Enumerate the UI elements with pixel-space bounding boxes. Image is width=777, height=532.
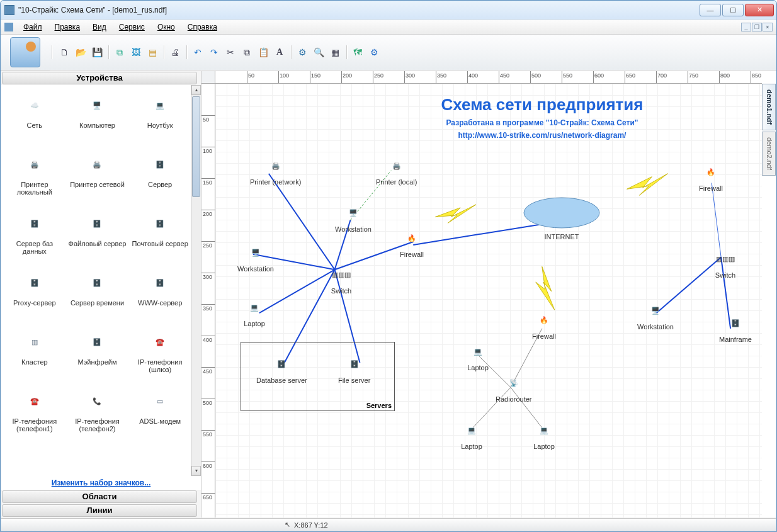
ipphone2-icon: 📞	[81, 386, 113, 416]
scroll-down-icon[interactable]: ▾	[191, 466, 201, 476]
adsl-icon: ▭	[144, 386, 176, 416]
menu-view[interactable]: Вид	[86, 20, 113, 34]
undo-icon[interactable]: ↶	[191, 45, 205, 59]
node-workstation-3[interactable]: 🖥️Workstation	[637, 298, 674, 331]
scan-icon[interactable]: ⧉	[113, 45, 127, 59]
device-item-ipphone1[interactable]: ☎️IP-телефония (телефон1)	[4, 383, 65, 441]
menu-help[interactable]: Справка	[181, 20, 224, 34]
device-item-server-time[interactable]: 🗄️Сервер времени	[67, 265, 128, 323]
palette-scrollbar[interactable]: ▴ ▾	[191, 85, 201, 476]
change-icons-link[interactable]: Изменить набор значков...	[52, 478, 151, 487]
node-printer-local[interactable]: 🖨️Printer (local)	[376, 153, 417, 186]
find-icon[interactable]: 🔍	[312, 45, 326, 59]
server-proxy-icon: 🗄️	[18, 268, 51, 298]
device-item-ipgw[interactable]: ☎️IP-телефония (шлюз)	[129, 324, 191, 382]
cluster-icon: ▥	[18, 327, 51, 357]
menu-service[interactable]: Сервис	[113, 20, 151, 34]
map-icon[interactable]: 🗺	[351, 45, 365, 59]
export-icon[interactable]: ▤	[145, 45, 159, 59]
window-title: "10-Страйк: Схема Сети" - [demo1_rus.ndf…	[18, 6, 167, 14]
save-icon[interactable]: 💾	[90, 45, 104, 59]
wizard-icon[interactable]: ⚙	[295, 45, 309, 59]
tab-demo1[interactable]: demo1.ndf	[762, 84, 776, 130]
node-switch-2[interactable]: ▥▥▥Switch	[700, 246, 751, 279]
settings-icon[interactable]: ⚙	[367, 45, 381, 59]
copy-icon[interactable]: ⧉	[240, 45, 254, 59]
server-www-icon: 🗄️	[144, 268, 176, 298]
new-icon[interactable]: 🗋	[57, 45, 71, 59]
menu-edit[interactable]: Правка	[48, 20, 87, 34]
node-laptop-1[interactable]: 💻Laptop	[241, 295, 268, 327]
svg-marker-17	[627, 174, 667, 195]
print-icon[interactable]: 🖨	[168, 45, 182, 59]
node-workstation-1[interactable]: 🖥️Workstation	[335, 200, 371, 233]
device-item-cluster[interactable]: ▥Кластер	[4, 324, 65, 382]
devices-panel-header[interactable]: Устройства	[2, 72, 197, 84]
text-icon[interactable]: A	[273, 45, 286, 59]
node-laptop-4[interactable]: 💻Laptop	[530, 417, 558, 450]
image-icon[interactable]: 🖼	[129, 45, 143, 59]
ruler-horizontal[interactable]: 5010015020025030035040045050055060065070…	[215, 71, 762, 84]
device-item-server-mail[interactable]: 🗄️Почтовый сервер	[129, 206, 191, 264]
pc-icon: 🖥️	[81, 90, 113, 120]
node-firewall-1[interactable]: 🔥Firewall	[398, 225, 426, 258]
mdi-close-icon[interactable]: ×	[763, 23, 773, 31]
scroll-up-icon[interactable]: ▴	[191, 85, 201, 95]
node-file-server[interactable]: 🗄️File server	[338, 351, 370, 384]
node-radiorouter[interactable]: 📡Radiorouter	[496, 370, 531, 403]
lines-panel-header[interactable]: Линии	[2, 504, 197, 517]
mdi-restore-icon[interactable]: ❐	[752, 23, 762, 31]
device-palette: ☁️Сеть🖥️Компьютер💻Ноутбук🖨️Принтер локал…	[1, 85, 201, 476]
device-item-pc[interactable]: 🖥️Компьютер	[67, 88, 128, 145]
node-mainframe[interactable]: 🗄️Mainframe	[719, 310, 752, 343]
app-icon	[4, 5, 14, 15]
device-item-mainframe[interactable]: 🗄️Мэйнфрейм	[67, 324, 128, 382]
device-item-cloud[interactable]: ☁️Сеть	[4, 88, 65, 145]
redo-icon[interactable]: ↷	[207, 45, 221, 59]
device-item-server-file[interactable]: 🗄️Файловый сервер	[67, 206, 128, 264]
doc-icon	[4, 23, 13, 31]
device-item-server-proxy[interactable]: 🗄️Proxy-сервер	[4, 265, 65, 323]
server-db-icon: 🗄️	[18, 208, 51, 239]
node-printer-network[interactable]: 🖨️Printer (network)	[250, 153, 301, 186]
device-item-printer[interactable]: 🖨️Принтер локальный	[4, 147, 65, 205]
svg-marker-16	[435, 205, 476, 224]
device-item-server[interactable]: 🗄️Сервер	[129, 147, 191, 205]
diagram-canvas[interactable]: Схема сети предприятия Разработана в про…	[215, 84, 762, 518]
ruler-vertical[interactable]: 5010015020025030035040045050055060065070…	[201, 84, 215, 518]
grid-icon[interactable]: ▦	[328, 45, 342, 59]
open-icon[interactable]: 📂	[74, 45, 88, 59]
node-firewall-2[interactable]: 🔥Firewall	[530, 307, 558, 340]
svg-marker-18	[536, 266, 555, 310]
maximize-button[interactable]: ▢	[722, 4, 744, 16]
mdi-min-icon[interactable]: _	[741, 23, 751, 31]
paste-icon[interactable]: 📋	[256, 45, 270, 59]
node-switch-1[interactable]: ▥▥▥Switch	[316, 262, 366, 295]
areas-panel-header[interactable]: Области	[2, 490, 197, 503]
scroll-thumb[interactable]	[192, 96, 200, 197]
device-item-ipphone2[interactable]: 📞IP-телефония (телефон2)	[67, 383, 128, 441]
close-button[interactable]: ✕	[745, 4, 774, 16]
cut-icon[interactable]: ✂	[224, 45, 237, 59]
server-mail-icon: 🗄️	[144, 208, 176, 239]
diagram-title-block: Схема сети предприятия Разработана в про…	[348, 95, 737, 140]
node-laptop-2[interactable]: 💻Laptop	[464, 339, 492, 371]
menu-file[interactable]: Файл	[17, 20, 48, 34]
ipgw-icon: ☎️	[144, 327, 176, 357]
cloud-icon: ☁️	[18, 90, 51, 120]
device-item-server-db[interactable]: 🗄️Сервер баз данных	[4, 206, 65, 264]
device-item-adsl[interactable]: ▭ADSL-модем	[129, 383, 191, 441]
minimize-button[interactable]: —	[700, 4, 721, 16]
node-db-server[interactable]: 🗄️Database server	[256, 351, 307, 384]
menu-window[interactable]: Окно	[151, 20, 181, 34]
node-firewall-3[interactable]: 🔥Firewall	[697, 159, 725, 192]
ipphone1-icon: ☎️	[18, 386, 51, 416]
device-item-server-www[interactable]: 🗄️WWW-сервер	[129, 265, 191, 323]
app-logo-icon	[10, 37, 40, 67]
node-laptop-3[interactable]: 💻Laptop	[458, 417, 485, 450]
device-item-laptop[interactable]: 💻Ноутбук	[129, 88, 191, 145]
tab-demo2[interactable]: demo2.ndf	[762, 132, 776, 176]
node-workstation-2[interactable]: 🖥️Workstation	[237, 240, 274, 273]
node-internet[interactable]: INTERNET	[518, 194, 606, 241]
device-item-printer-net[interactable]: 🖨️Принтер сетевой	[67, 147, 128, 205]
